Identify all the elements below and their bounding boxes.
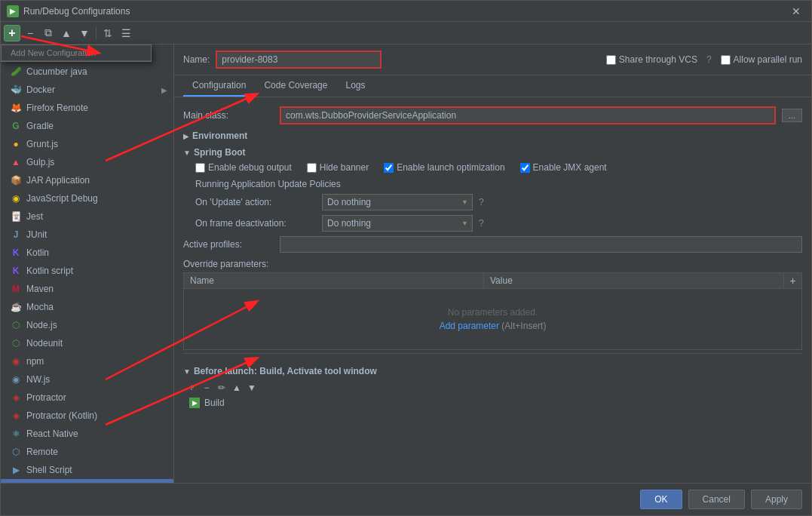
before-launch-move-down-button[interactable]: ▼ <box>245 381 259 395</box>
ok-button[interactable]: OK <box>640 490 682 509</box>
hide-banner-label: Hide banner <box>320 162 369 173</box>
tab-configuration[interactable]: Configuration <box>183 75 255 97</box>
sidebar-item-nodeunit[interactable]: ⬡ Nodeunit <box>1 334 173 352</box>
sidebar-item-label: Remote <box>26 447 58 457</box>
move-down-button[interactable]: ▼ <box>76 25 93 41</box>
share-vcs-help-icon[interactable]: ? <box>706 54 712 65</box>
sort-configurations-button[interactable]: ⇅ <box>100 25 116 41</box>
before-launch-remove-button[interactable]: − <box>200 381 213 395</box>
sidebar-item-gulp-js[interactable]: ▲ Gulp.js <box>1 153 173 171</box>
sidebar-item-label: Gulp.js <box>26 157 54 167</box>
cancel-button[interactable]: Cancel <box>688 490 745 509</box>
sidebar-item-kotlin[interactable]: K Kotlin <box>1 244 173 262</box>
apply-button[interactable]: Apply <box>751 490 802 509</box>
params-table: Name Value + No parameters added. Add pa… <box>183 272 802 350</box>
tab-code-coverage[interactable]: Code Coverage <box>255 75 336 97</box>
on-update-help-icon[interactable]: ? <box>479 197 484 207</box>
kotlin-script-icon: K <box>10 265 22 277</box>
enable-debug-output-checkbox[interactable] <box>195 163 205 173</box>
add-param-button[interactable]: + <box>783 273 801 288</box>
enable-launch-opt-checkbox[interactable] <box>384 163 394 173</box>
tab-logs[interactable]: Logs <box>336 75 374 97</box>
sidebar-item-cucumber-java[interactable]: 🥒 Cucumber java <box>1 63 173 81</box>
jar-application-icon: 📦 <box>10 174 22 186</box>
sidebar-item-docker[interactable]: 🐳 Docker ▶ <box>1 81 173 99</box>
before-launch-edit-button[interactable]: ✏ <box>215 381 228 395</box>
main-class-input[interactable] <box>280 106 776 124</box>
sidebar-item-javascript-debug[interactable]: ◉ JavaScript Debug <box>1 189 173 207</box>
active-profiles-input[interactable] <box>280 236 802 253</box>
sidebar-item-junit[interactable]: J JUnit <box>1 226 173 244</box>
maven-icon: M <box>10 283 22 295</box>
environment-expand-triangle: ▶ <box>183 132 189 140</box>
sidebar-item-protractor[interactable]: ◈ Protractor <box>1 389 173 407</box>
sidebar-item-shell-script[interactable]: ▶ Shell Script <box>1 461 173 479</box>
before-launch-section: ▼ Before launch: Build, Activate tool wi… <box>183 353 802 414</box>
enable-jmx-item[interactable]: Enable JMX agent <box>520 162 607 173</box>
allow-parallel-label[interactable]: Allow parallel run <box>721 54 802 65</box>
spring-boot-section-header[interactable]: ▼ Spring Boot <box>183 147 802 158</box>
allow-parallel-checkbox[interactable] <box>721 55 731 65</box>
enable-jmx-checkbox[interactable] <box>520 163 530 173</box>
junit-icon: J <box>10 229 22 241</box>
on-frame-select[interactable]: Do nothing Update classes and resources … <box>322 215 473 232</box>
node-js-icon: ⬡ <box>10 319 22 331</box>
enable-launch-opt-item[interactable]: Enable launch optimization <box>384 162 504 173</box>
sidebar-item-npm[interactable]: ◉ npm <box>1 352 173 370</box>
sidebar-item-remote[interactable]: ⬡ Remote <box>1 443 173 461</box>
footer: OK Cancel Apply <box>1 483 811 515</box>
sidebar-item-nw-js[interactable]: ◉ NW.js <box>1 370 173 389</box>
add-configuration-button[interactable]: + <box>4 25 20 41</box>
before-launch-header[interactable]: ▼ Before launch: Build, Activate tool wi… <box>183 366 802 376</box>
on-update-select[interactable]: Do nothing Update classes and resources … <box>322 194 473 210</box>
sidebar-item-jar-application[interactable]: 📦 JAR Application <box>1 171 173 189</box>
remote-icon: ⬡ <box>10 446 22 458</box>
on-frame-help-icon[interactable]: ? <box>479 218 484 229</box>
npm-icon: ◉ <box>10 355 22 367</box>
sidebar-item-grunt-js[interactable]: ● Grunt.js <box>1 135 173 153</box>
sidebar-item-protractor-kotlin[interactable]: ◈ Protractor (Kotlin) <box>1 407 173 425</box>
override-params-label: Override parameters: <box>183 259 802 269</box>
close-button[interactable]: ✕ <box>787 4 805 19</box>
name-input[interactable] <box>216 51 381 69</box>
hide-banner-item[interactable]: Hide banner <box>307 162 369 173</box>
share-vcs-checkbox[interactable] <box>606 55 616 65</box>
before-launch-move-up-button[interactable]: ▲ <box>230 381 244 395</box>
sidebar-item-jest[interactable]: 🃏 Jest <box>1 207 173 226</box>
move-up-button[interactable]: ▲ <box>58 25 75 41</box>
sidebar-item-label: Firefox Remote <box>26 103 88 113</box>
sidebar-item-label: NW.js <box>26 374 50 385</box>
toolbar-separator <box>96 26 97 40</box>
add-param-link[interactable]: Add parameter (Alt+Insert) <box>440 321 547 331</box>
gulp-js-icon: ▲ <box>10 156 22 168</box>
docker-expand-arrow: ▶ <box>161 86 167 94</box>
sidebar-item-kotlin-script[interactable]: K Kotlin script <box>1 262 173 280</box>
sidebar-item-mocha[interactable]: ☕ Mocha <box>1 298 173 316</box>
sidebar-item-react-native[interactable]: ⚛ React Native <box>1 425 173 443</box>
hide-banner-checkbox[interactable] <box>307 163 317 173</box>
group-button[interactable]: ☰ <box>118 25 134 41</box>
sidebar-item-gradle[interactable]: G Gradle <box>1 117 173 135</box>
sidebar-item-label: Maven <box>26 284 54 294</box>
javascript-debug-icon: ◉ <box>10 192 22 204</box>
share-vcs-label[interactable]: Share through VCS <box>606 54 697 65</box>
enable-debug-output-item[interactable]: Enable debug output <box>195 162 292 173</box>
copy-configuration-button[interactable]: ⧉ <box>40 25 57 41</box>
sidebar-item-maven[interactable]: M Maven <box>1 280 173 298</box>
sidebar-item-label: Grunt.js <box>26 139 58 149</box>
enable-launch-opt-label: Enable launch optimization <box>397 162 504 173</box>
browse-main-class-button[interactable]: ... <box>782 109 802 122</box>
remove-configuration-button[interactable]: − <box>22 25 38 41</box>
sidebar-item-firefox-remote[interactable]: 🦊 Firefox Remote <box>1 99 173 117</box>
window-icon: ▶ <box>7 5 19 17</box>
on-frame-row: On frame deactivation: Do nothing Update… <box>183 215 802 232</box>
run-debug-configurations-window: ▶ Run/Debug Configurations ✕ + − ⧉ ▲ ▼ ⇅… <box>0 0 812 516</box>
build-icon: ▶ <box>189 398 200 408</box>
sidebar-item-label: Jest <box>26 211 43 222</box>
sidebar-item-label: Cucumber java <box>26 66 87 77</box>
sidebar-item-label: Node.js <box>26 320 57 330</box>
before-launch-add-button[interactable]: + <box>185 381 198 395</box>
sidebar-item-node-js[interactable]: ⬡ Node.js <box>1 316 173 334</box>
sidebar-item-label: Mocha <box>26 302 54 312</box>
environment-section-header[interactable]: ▶ Environment <box>183 131 802 141</box>
